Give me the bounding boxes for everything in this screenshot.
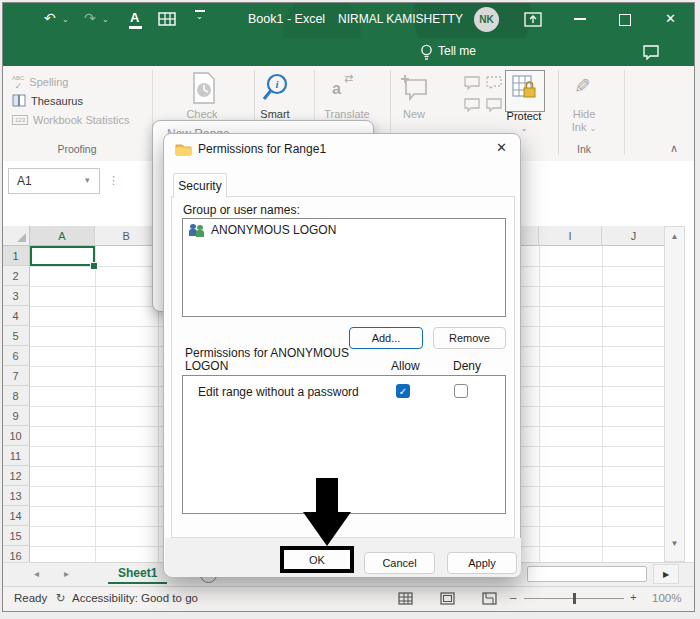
horizontal-scrollbar-thumb[interactable] — [527, 566, 647, 582]
add-button[interactable]: Add... — [349, 327, 423, 349]
font-color-icon[interactable]: A — [130, 10, 139, 25]
zoom-out-button[interactable]: – — [510, 591, 516, 603]
column-header-B[interactable]: B — [95, 226, 158, 246]
protect-dropdown-icon[interactable]: ⌄ — [498, 124, 550, 133]
list-item-user[interactable]: ANONYMOUS LOGON — [183, 219, 505, 241]
undo-dropdown-icon[interactable]: ⌄ — [62, 15, 69, 24]
check-accessibility-button[interactable]: Check — [174, 108, 230, 120]
row-header-6[interactable]: 6 — [2, 346, 30, 366]
smart-lookup-icon: i — [260, 72, 290, 104]
thesaurus-label: Thesaurus — [31, 95, 83, 107]
name-box-value: A1 — [17, 174, 32, 188]
group-user-list[interactable]: ANONYMOUS LOGON — [182, 218, 506, 317]
tell-me-box[interactable]: Tell me — [438, 44, 476, 58]
fill-handle[interactable] — [90, 262, 98, 270]
vertical-scrollbar[interactable]: ▲ ▼ — [664, 226, 685, 562]
column-header-J[interactable]: J — [602, 226, 666, 246]
permission-row: Edit range without a password✓ — [183, 376, 505, 406]
redo-dropdown-icon[interactable]: ⌄ — [102, 15, 109, 24]
ok-button[interactable]: OK — [284, 550, 350, 569]
maximize-button[interactable] — [619, 14, 631, 26]
select-all-button[interactable] — [2, 226, 30, 246]
page-layout-view-icon[interactable] — [440, 592, 455, 605]
workbook-statistics-button[interactable]: 123 Workbook Statistics — [12, 114, 129, 126]
row-header-5[interactable]: 5 — [2, 326, 30, 346]
comments-icon[interactable] — [642, 44, 660, 60]
row-header-11[interactable]: 11 — [2, 446, 30, 466]
close-button[interactable]: ✕ — [665, 11, 676, 26]
spelling-button[interactable]: ABC✓ Spelling — [12, 74, 68, 90]
page-break-view-icon[interactable] — [482, 592, 497, 605]
row-header-8[interactable]: 8 — [2, 386, 30, 406]
status-ready: Ready — [14, 592, 47, 604]
smart-lookup-button[interactable]: Smart — [247, 108, 303, 120]
ribbon-tab-row: FileHomeInsertPage LayoutFormulasDataRev… — [2, 38, 694, 66]
row-header-2[interactable]: 2 — [2, 266, 30, 286]
select-all-triangle — [17, 233, 26, 242]
permission-label: Edit range without a password — [198, 385, 359, 399]
tab-security[interactable]: Security — [173, 173, 227, 198]
row-header-10[interactable]: 10 — [2, 426, 30, 446]
scroll-down-icon[interactable]: ▼ — [665, 539, 684, 548]
ink-group-label: Ink — [554, 143, 614, 155]
avatar[interactable]: NK — [474, 7, 499, 32]
borders-icon[interactable] — [158, 12, 176, 26]
remove-button[interactable]: Remove — [433, 327, 506, 349]
user-name: NIRMAL KAMISHETTY — [338, 12, 463, 26]
row-header-9[interactable]: 9 — [2, 406, 30, 426]
qat-more-icon[interactable]: ⌄ — [196, 12, 203, 21]
zoom-slider-thumb[interactable] — [573, 593, 576, 604]
hide-ink-label-line2: Ink ⌄ — [562, 121, 606, 133]
title-bar: ↶ ⌄ ↷ ⌄ A ⌄ Book1 - Excel NIRMAL KAMISHE… — [2, 2, 694, 38]
permissions-for-label-line1: Permissions for ANONYMOUS — [185, 346, 349, 360]
deny-checkbox[interactable] — [454, 384, 468, 398]
dialog-close-icon[interactable]: ✕ — [496, 140, 507, 155]
hide-ink-icon: ✎ — [574, 74, 591, 98]
undo-button[interactable]: ↶ — [44, 10, 56, 26]
cancel-button[interactable]: Cancel — [364, 552, 435, 574]
name-box-dropdown-icon[interactable]: ▾ — [85, 175, 90, 185]
column-header-A[interactable]: A — [30, 226, 95, 246]
minimize-button[interactable] — [574, 18, 586, 20]
allow-checkbox[interactable]: ✓ — [396, 384, 410, 398]
workbook-statistics-icon: 123 — [12, 115, 28, 125]
thesaurus-button[interactable]: Thesaurus — [12, 94, 83, 107]
sheet-tab-active[interactable]: Sheet1 — [108, 563, 167, 584]
hide-ink-button[interactable]: Hide — [562, 108, 606, 120]
accessibility-status[interactable]: Accessibility: Good to go — [72, 592, 198, 604]
ribbon-display-options-icon[interactable] — [524, 12, 542, 27]
user-name-text: ANONYMOUS LOGON — [211, 223, 336, 237]
sheet-nav-left-icon[interactable]: ◂ — [34, 568, 39, 579]
protect-button[interactable]: Protect — [498, 110, 550, 122]
row-header-15[interactable]: 15 — [2, 526, 30, 546]
row-header-4[interactable]: 4 — [2, 306, 30, 326]
avatar-initials: NK — [479, 14, 493, 25]
column-header-I[interactable]: I — [539, 226, 602, 246]
selected-cell[interactable] — [30, 246, 95, 266]
spelling-label: Spelling — [29, 76, 68, 88]
sheet-nav-right-icon[interactable]: ▸ — [64, 568, 69, 579]
apply-button[interactable]: Apply — [447, 552, 517, 574]
zoom-level[interactable]: 100% — [652, 592, 681, 604]
new-comment-button[interactable]: New — [392, 108, 436, 120]
horizontal-scroll-right-button[interactable]: ▶ — [653, 564, 679, 584]
row-header-12[interactable]: 12 — [2, 466, 30, 486]
svg-text:i: i — [275, 78, 279, 90]
normal-view-icon[interactable] — [398, 592, 413, 605]
zoom-in-button[interactable]: + — [630, 591, 637, 603]
collapse-ribbon-icon[interactable]: ∧ — [670, 142, 678, 155]
name-box-splitter-icon[interactable]: ⋮ — [108, 174, 119, 187]
row-header-13[interactable]: 13 — [2, 486, 30, 506]
new-comment-icon — [400, 74, 428, 102]
scroll-right-icon: ▶ — [654, 570, 678, 579]
row-header-1[interactable]: 1 — [2, 246, 30, 266]
translate-button[interactable]: Translate — [317, 108, 377, 120]
row-header-14[interactable]: 14 — [2, 506, 30, 526]
scroll-up-icon[interactable]: ▲ — [665, 232, 684, 241]
redo-button[interactable]: ↷ — [84, 10, 96, 26]
font-color-underline — [129, 26, 142, 29]
name-box[interactable]: A1 ▾ — [8, 168, 100, 194]
row-header-7[interactable]: 7 — [2, 366, 30, 386]
annotation-arrow — [300, 474, 355, 548]
row-header-3[interactable]: 3 — [2, 286, 30, 306]
